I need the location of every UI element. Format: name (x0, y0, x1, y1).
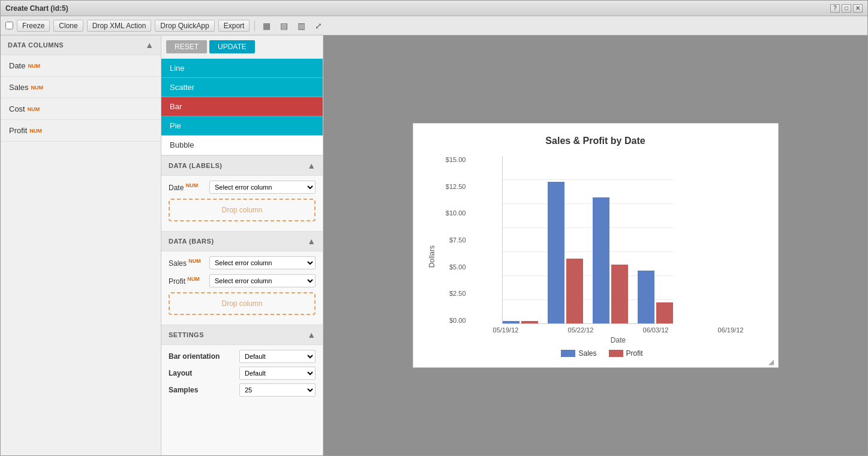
bars-error-select-sales[interactable]: Select error column (209, 256, 316, 269)
bar-profit-3 (656, 302, 673, 323)
restore-button[interactable]: □ (842, 4, 851, 13)
samples-select[interactable]: 25 (239, 383, 316, 397)
x-label: 06/03/12 (623, 326, 689, 334)
toolbar: Freeze Clone Drop XML Action Drop QuickA… (1, 16, 867, 35)
data-labels-body: Date NUM Select error column Drop column (161, 176, 323, 231)
reset-button[interactable]: RESET (166, 40, 207, 53)
bar-orientation-select[interactable]: Default (239, 350, 316, 363)
y-tick: $12.50 (441, 183, 470, 190)
y-tick: $2.50 (441, 290, 470, 297)
settings-title: SETTINGS (169, 331, 204, 338)
data-bars-title: DATA (BARS) (169, 238, 214, 245)
collapse-settings-button[interactable]: ▲ (307, 330, 316, 340)
layout-label: Layout (169, 369, 235, 377)
bars-error-select-profit[interactable]: Select error column (209, 274, 316, 287)
freeze-checkbox[interactable] (5, 22, 13, 29)
bar-sales-0 (503, 321, 519, 323)
column-item-sales[interactable]: SalesNUM (1, 77, 161, 98)
collapse-data-columns-button[interactable]: ▲ (145, 40, 154, 50)
chart-container: Sales & Profit by Date Dollars $0.00$2.5… (413, 123, 779, 368)
clone-button[interactable]: Clone (53, 20, 83, 32)
x-labels: 05/19/1205/22/1206/03/1206/19/12 (473, 326, 764, 334)
bars-drop-zone[interactable]: Drop column (169, 292, 316, 315)
main-area: DATA COLUMNS ▲ DateNUMSalesNUMCostNUMPro… (1, 35, 867, 455)
update-button[interactable]: UPDATE (209, 40, 255, 53)
chart-area: Sales & Profit by Date Dollars $0.00$2.5… (323, 35, 867, 455)
bars-field-row-sales: Sales NUM Select error column (169, 256, 316, 269)
data-columns-header: DATA COLUMNS ▲ (1, 35, 161, 55)
settings-body: Bar orientation Default Layout Default S… (161, 345, 323, 405)
chart-inner: Dollars $0.00$2.50$5.00$7.50$10.00$12.50… (428, 156, 764, 358)
help-button[interactable]: ? (830, 4, 840, 13)
bars-field-row-profit: Profit NUM Select error column (169, 274, 316, 287)
main-window: Create Chart (id:5) ? □ ✕ Freeze Clone D… (0, 0, 868, 456)
resize-handle[interactable]: ◢ (768, 358, 776, 365)
chart-type-list: LineScatterBarPieBubble (161, 59, 323, 155)
legend-item-sales: Sales (561, 349, 596, 358)
bar-profit-2 (611, 265, 628, 323)
bars-area (502, 156, 673, 324)
x-label: 06/19/12 (698, 326, 764, 334)
chart-type-scatter[interactable]: Scatter (161, 78, 323, 97)
three-col-icon[interactable]: ▥ (295, 19, 308, 32)
legend-item-profit: Profit (609, 349, 643, 358)
y-axis-label: Dollars (428, 245, 436, 268)
column-name: Profit (9, 126, 27, 135)
chart-type-bubble[interactable]: Bubble (161, 136, 323, 155)
legend-label-profit: Profit (626, 349, 643, 358)
date-label-row: Date NUM Select error column (169, 181, 316, 194)
bar-profit-0 (521, 321, 538, 323)
left-panel: DATA COLUMNS ▲ DateNUMSalesNUMCostNUMPro… (1, 35, 161, 455)
data-columns-title: DATA COLUMNS (8, 41, 64, 49)
num-badge: NUM (29, 128, 42, 134)
y-tick: $7.50 (441, 236, 470, 244)
bar-group-0 (503, 321, 538, 323)
freeze-button[interactable]: Freeze (17, 20, 50, 32)
y-axis: $0.00$2.50$5.00$7.50$10.00$12.50$15.00 (441, 156, 470, 324)
samples-label: Samples (169, 386, 235, 394)
samples-row: Samples 25 (169, 383, 316, 397)
chart-type-line[interactable]: Line (161, 59, 323, 78)
data-bars-body: Sales NUM Select error column Profit NUM… (161, 251, 323, 325)
date-error-select[interactable]: Select error column (209, 181, 316, 194)
chart-type-pie[interactable]: Pie (161, 116, 323, 136)
bar-group-2 (593, 197, 628, 323)
collapse-data-bars-button[interactable]: ▲ (307, 236, 316, 246)
data-labels-title: DATA (LABELS) (169, 162, 222, 169)
column-name: Cost (9, 104, 25, 113)
column-item-cost[interactable]: CostNUM (1, 98, 161, 120)
layout-row: Layout Default (169, 367, 316, 380)
y-tick: $10.00 (441, 209, 470, 217)
x-label: 05/22/12 (548, 326, 614, 334)
two-col-icon[interactable]: ▤ (277, 19, 291, 32)
chart-type-bar[interactable]: Bar (161, 97, 323, 116)
legend-color-profit (609, 350, 623, 357)
bar-group-3 (638, 271, 673, 323)
y-tick: $0.00 (441, 317, 470, 324)
title-bar: Create Chart (id:5) ? □ ✕ (1, 1, 867, 16)
bars-num-badge: NUM (187, 276, 200, 282)
num-badge: NUM (28, 63, 40, 69)
column-item-date[interactable]: DateNUM (1, 55, 161, 77)
bars-field-label: Profit NUM (169, 276, 205, 286)
title-bar-buttons: ? □ ✕ (830, 4, 863, 13)
bar-sales-3 (638, 271, 654, 323)
legend-color-sales (561, 350, 575, 357)
export-button[interactable]: Export (218, 20, 250, 32)
labels-drop-zone[interactable]: Drop column (169, 199, 316, 221)
bars-num-badge: NUM (188, 258, 201, 264)
drop-quickapp-button[interactable]: Drop QuickApp (155, 20, 214, 32)
toolbar-separator (254, 20, 255, 31)
expand-icon[interactable]: ⤢ (312, 19, 325, 32)
settings-section-header: SETTINGS ▲ (161, 325, 323, 345)
layout-select[interactable]: Default (239, 367, 316, 380)
drop-xml-button[interactable]: Drop XML Action (87, 20, 152, 32)
collapse-data-labels-button[interactable]: ▲ (307, 161, 316, 170)
bar-profit-1 (566, 259, 583, 323)
bar-orientation-row: Bar orientation Default (169, 350, 316, 363)
close-button[interactable]: ✕ (853, 4, 863, 13)
single-col-icon[interactable]: ▦ (260, 19, 274, 32)
date-field-label: Date NUM (169, 182, 205, 192)
column-item-profit[interactable]: ProfitNUM (1, 120, 161, 142)
bar-sales-2 (593, 197, 609, 323)
